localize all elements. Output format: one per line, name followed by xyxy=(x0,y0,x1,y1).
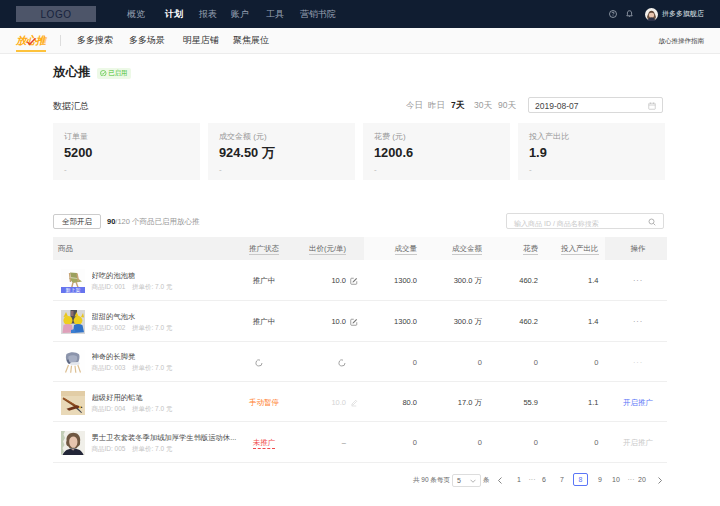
svg-text:新上架: 新上架 xyxy=(65,287,80,293)
